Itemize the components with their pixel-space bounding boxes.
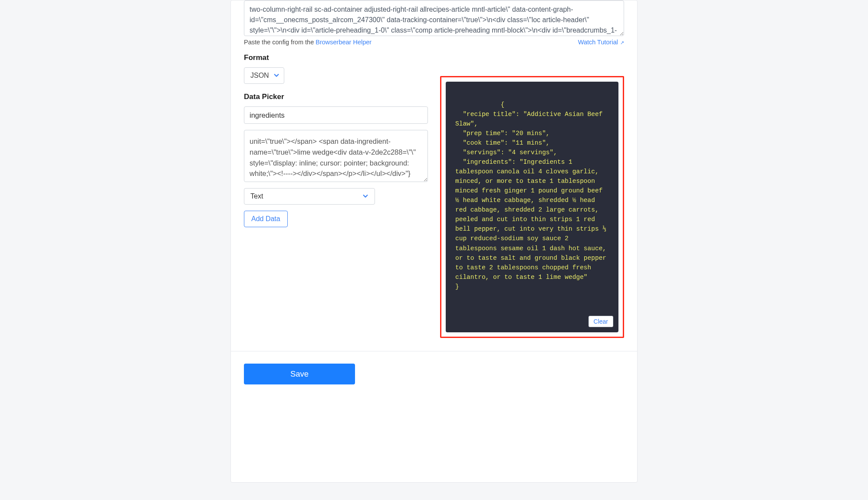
type-select[interactable]: Text [244,188,375,205]
external-link-icon: ↗ [619,40,624,45]
watch-tutorial-link[interactable]: Watch Tutorial ↗ [578,39,624,46]
data-picker-textarea[interactable]: unit=\"true\"></span> <span data-ingredi… [244,130,428,182]
output-panel: { "recipe title": "Addictive Asian Beef … [440,76,624,338]
chevron-down-icon [273,72,279,79]
output-json: { "recipe title": "Addictive Asian Beef … [446,82,618,332]
data-picker-textarea-content: unit=\"true\"></span> <span data-ingredi… [250,136,422,179]
config-textarea[interactable]: two-column-right-rail sc-ad-container ad… [244,0,624,36]
add-data-button[interactable]: Add Data [244,211,288,227]
helper-prefix: Paste the config from the [244,39,316,46]
format-select-value: JSON [250,72,269,79]
format-select[interactable]: JSON [244,67,284,84]
data-picker-heading: Data Picker [244,93,428,101]
format-heading: Format [244,53,624,62]
save-button[interactable]: Save [244,364,355,384]
data-picker-input[interactable] [244,106,428,124]
browserbear-helper-link[interactable]: Browserbear Helper [316,39,372,46]
chevron-down-icon [362,193,368,200]
clear-button[interactable]: Clear [589,316,613,327]
helper-text: Paste the config from the Browserbear He… [244,39,372,46]
section-divider [231,351,637,351]
output-json-content: { "recipe title": "Addictive Asian Beef … [455,101,610,290]
type-select-value: Text [250,192,263,200]
watch-tutorial-label: Watch Tutorial [578,39,618,46]
